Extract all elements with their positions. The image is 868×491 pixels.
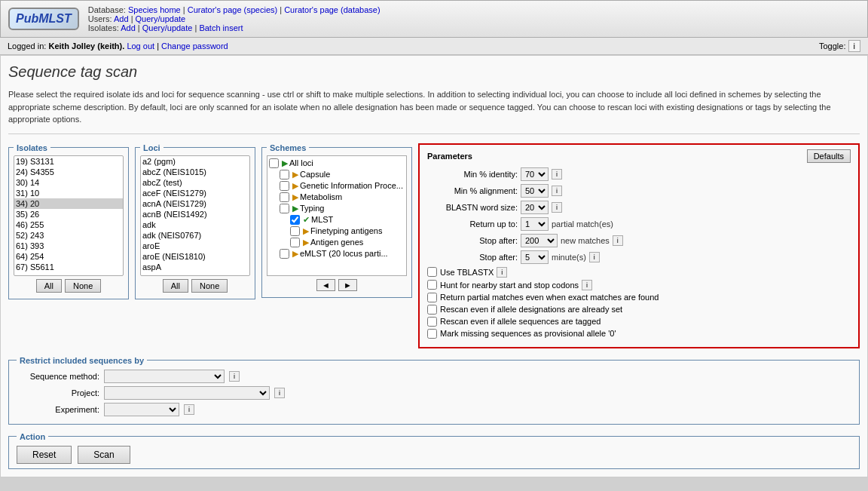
users-query-link[interactable]: Query/update bbox=[136, 14, 186, 23]
min-alignment-row: Min % alignment: 5060708090 i bbox=[427, 184, 851, 198]
return-up-label: Return up to: bbox=[427, 219, 518, 229]
blastn-word-row: BLASTN word size: 711152028 i bbox=[427, 201, 851, 214]
tree-checkbox[interactable] bbox=[290, 226, 300, 236]
change-password-link[interactable]: Change password bbox=[161, 41, 228, 51]
min-alignment-label: Min % alignment: bbox=[427, 186, 518, 195]
use-tblastx-info[interactable]: i bbox=[497, 267, 507, 278]
blastn-word-info[interactable]: i bbox=[552, 202, 562, 213]
loci-none-button[interactable]: None bbox=[191, 279, 228, 293]
hunt-nearby-checkbox[interactable] bbox=[427, 280, 437, 290]
reset-button[interactable]: Reset bbox=[17, 446, 72, 464]
experiment-select[interactable] bbox=[104, 403, 179, 416]
tree-item[interactable]: ▶ Metabolism bbox=[269, 192, 405, 203]
schemes-nav-left[interactable]: ◄ bbox=[316, 279, 335, 291]
tree-item[interactable]: ▶ Capsule bbox=[269, 169, 405, 180]
tree-item[interactable]: ▶ Antigen genes bbox=[269, 237, 405, 248]
project-row: Project: i bbox=[17, 386, 851, 400]
username: Keith Jolley (keith). bbox=[48, 41, 124, 51]
experiment-row: Experiment: i bbox=[17, 403, 851, 416]
isolates-none-button[interactable]: None bbox=[65, 279, 101, 293]
rescan-allele-checkbox[interactable] bbox=[427, 305, 437, 315]
loci-buttons: All None bbox=[140, 279, 250, 293]
isolates-add-link[interactable]: Add bbox=[121, 23, 136, 32]
tree-item[interactable]: ✔ MLST bbox=[269, 214, 405, 226]
rescan-sequences-row: Rescan even if allele sequences are tagg… bbox=[427, 317, 851, 327]
stop-after2-info[interactable]: i bbox=[589, 252, 600, 262]
loci-listbox[interactable]: a2 (pgm)abcZ (NEIS1015)abcZ (test)aceF (… bbox=[140, 155, 250, 276]
tree-item[interactable]: ▶ Finetyping antigens bbox=[269, 226, 405, 237]
blastn-word-select[interactable]: 711152028 bbox=[521, 201, 549, 214]
tree-item-label: Capsule bbox=[300, 170, 330, 179]
loci-legend: Loci bbox=[140, 143, 164, 152]
curators-species-link[interactable]: Curator's page (species) bbox=[188, 5, 278, 14]
rescan-sequences-label: Rescan even if allele sequences are tagg… bbox=[440, 317, 601, 326]
database-label: Database: bbox=[88, 5, 126, 14]
stop-after2-select[interactable]: 1251020 bbox=[521, 250, 549, 264]
min-identity-info[interactable]: i bbox=[552, 169, 562, 180]
isolates-batch-link[interactable]: Batch insert bbox=[199, 23, 243, 32]
users-add-link[interactable]: Add bbox=[114, 14, 129, 23]
tree-item[interactable]: ▶ Typing bbox=[269, 203, 405, 214]
project-info[interactable]: i bbox=[274, 388, 285, 398]
isolates-buttons: All None bbox=[14, 279, 124, 293]
schemes-panel: Schemes ▶ All loci▶ Capsule▶ Genetic Inf… bbox=[261, 143, 412, 298]
scan-button[interactable]: Scan bbox=[78, 446, 130, 464]
folder-icon: ▶ bbox=[282, 158, 288, 168]
mark-missing-label: Mark missing sequences as provisional al… bbox=[440, 329, 616, 338]
tree-checkbox[interactable] bbox=[280, 170, 289, 180]
users-label: Users: bbox=[88, 14, 112, 23]
logout-link[interactable]: Log out bbox=[127, 41, 154, 51]
hunt-nearby-row: Hunt for nearby start and stop codons i bbox=[427, 280, 851, 290]
blastn-word-label: BLASTN word size: bbox=[427, 203, 518, 212]
sequence-method-select[interactable] bbox=[104, 370, 225, 383]
minutes-text: minute(s) bbox=[552, 253, 586, 262]
tree-checkbox[interactable] bbox=[280, 249, 289, 259]
tree-checkbox[interactable] bbox=[269, 158, 279, 168]
panels-row: Isolates 19) S313124) S435530) 1431) 103… bbox=[8, 143, 860, 348]
tree-checkbox[interactable] bbox=[290, 215, 300, 225]
defaults-button[interactable]: Defaults bbox=[807, 149, 851, 163]
rescan-sequences-checkbox[interactable] bbox=[427, 317, 437, 327]
species-home-link[interactable]: Species home bbox=[128, 5, 181, 14]
tree-item-label: MLST bbox=[311, 215, 333, 224]
partial-matches-text: partial match(es) bbox=[552, 219, 613, 229]
use-tblastx-checkbox[interactable] bbox=[427, 267, 437, 277]
tree-checkbox[interactable] bbox=[280, 204, 289, 213]
stop-after-info[interactable]: i bbox=[613, 235, 623, 246]
folder-icon: ▶ bbox=[292, 192, 298, 202]
tree-item-label: Metabolism bbox=[300, 192, 342, 201]
description-text: Please select the required isolate ids a… bbox=[8, 88, 860, 134]
mark-missing-checkbox[interactable] bbox=[427, 329, 437, 339]
tree-checkbox[interactable] bbox=[280, 192, 289, 202]
sequence-method-info[interactable]: i bbox=[229, 371, 240, 382]
schemes-nav-right[interactable]: ► bbox=[338, 279, 357, 291]
use-tblastx-label: Use TBLASTX bbox=[440, 268, 494, 277]
tree-checkbox[interactable] bbox=[280, 181, 289, 191]
stop-after2-row: Stop after: 1251020 minute(s) i bbox=[427, 250, 851, 264]
tree-item-label: Antigen genes bbox=[310, 238, 363, 247]
tree-item[interactable]: ▶ All loci bbox=[269, 158, 405, 169]
action-legend: Action bbox=[17, 432, 48, 441]
toggle-button[interactable]: i bbox=[848, 40, 860, 52]
tree-item[interactable]: ▶ eMLST (20 locus parti... bbox=[269, 248, 405, 259]
curators-database-link[interactable]: Curator's page (database) bbox=[284, 5, 380, 14]
min-identity-select[interactable]: 707580859095 bbox=[521, 167, 549, 181]
tree-item[interactable]: ▶ Genetic Information Proce... bbox=[269, 180, 405, 192]
hunt-nearby-label: Hunt for nearby start and stop codons bbox=[440, 281, 579, 290]
min-alignment-info[interactable]: i bbox=[552, 186, 562, 196]
return-partial-checkbox[interactable] bbox=[427, 293, 437, 302]
return-up-select[interactable]: 123510 bbox=[521, 217, 549, 231]
isolates-query-link[interactable]: Query/update bbox=[142, 23, 193, 32]
logged-in-label: Logged in: bbox=[8, 41, 46, 51]
min-alignment-select[interactable]: 5060708090 bbox=[521, 184, 549, 198]
stop-after-select[interactable]: 1002005001000 bbox=[521, 234, 558, 247]
restrict-section: Restrict included sequences by Sequence … bbox=[8, 356, 860, 425]
isolates-listbox[interactable]: 19) S313124) S435530) 1431) 1034) 2035) … bbox=[14, 155, 124, 276]
hunt-nearby-info[interactable]: i bbox=[582, 280, 592, 290]
isolates-all-button[interactable]: All bbox=[36, 279, 62, 293]
tree-checkbox[interactable] bbox=[290, 238, 300, 247]
experiment-info[interactable]: i bbox=[184, 404, 194, 415]
project-select[interactable] bbox=[104, 386, 270, 400]
schemes-tree[interactable]: ▶ All loci▶ Capsule▶ Genetic Information… bbox=[267, 155, 407, 276]
loci-all-button[interactable]: All bbox=[163, 279, 188, 293]
